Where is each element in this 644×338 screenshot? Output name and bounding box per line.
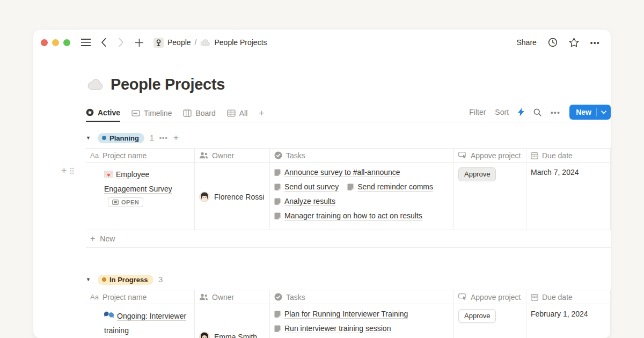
tab-timeline[interactable]: Timeline	[131, 104, 172, 122]
row-add-icon[interactable]: +	[61, 167, 67, 174]
automation-bolt-icon[interactable]	[518, 108, 524, 116]
status-label: In Progress	[109, 276, 148, 284]
approve-button[interactable]: Approve	[458, 309, 496, 323]
window-topbar: People / People Projects Share •••	[33, 30, 611, 55]
breadcrumb-root[interactable]: People	[167, 38, 191, 47]
due-date-value[interactable]: March 7, 2024	[531, 168, 579, 177]
column-header-owner[interactable]: Owner	[194, 149, 269, 162]
tab-board-label: Board	[195, 109, 215, 117]
drag-handle-icon[interactable]	[70, 167, 74, 174]
window-icon	[112, 200, 119, 205]
search-icon[interactable]	[533, 108, 541, 116]
status-dot	[102, 277, 106, 282]
group-more-icon[interactable]: •••	[159, 134, 168, 142]
column-header-due-date[interactable]: Due date	[526, 149, 611, 162]
group-add-icon[interactable]: +	[173, 133, 179, 143]
close-window-button[interactable]	[41, 39, 48, 46]
calendar-icon	[531, 152, 538, 159]
collapse-triangle-icon[interactable]: ▼	[86, 277, 92, 282]
task-title: Run interviewer training session	[284, 324, 391, 334]
timeline-icon	[131, 109, 140, 117]
column-header-owner[interactable]: Owner	[194, 290, 269, 304]
status-badge-planning[interactable]: Planning	[98, 133, 144, 143]
people-icon	[199, 293, 208, 300]
share-button[interactable]: Share	[516, 38, 536, 47]
due-date-value[interactable]: February 1, 2024	[531, 310, 588, 318]
column-header-label: Project name	[103, 293, 147, 302]
status-badge-in-progress[interactable]: In Progress	[98, 275, 153, 285]
tab-timeline-label: Timeline	[144, 109, 172, 117]
breadcrumb-current[interactable]: People Projects	[214, 38, 267, 47]
column-header-label: Appove project	[471, 151, 521, 160]
view-more-icon[interactable]: •••	[551, 108, 560, 116]
sidebar-toggle-icon[interactable]	[80, 36, 91, 49]
workspace-icon[interactable]	[153, 38, 164, 48]
collapse-triangle-icon[interactable]: ▼	[86, 135, 92, 141]
add-view-button[interactable]: +	[259, 108, 264, 119]
column-header-project-name[interactable]: Aa Project name	[86, 290, 194, 304]
forward-icon[interactable]	[116, 36, 127, 49]
column-header-approve[interactable]: Appove project	[453, 290, 526, 304]
owner-name: Florence Rossi	[214, 193, 264, 201]
owner-cell: Emma Smith	[194, 304, 269, 338]
plus-icon: +	[90, 234, 95, 244]
favorite-star-icon[interactable]	[569, 36, 580, 49]
topbar-left: People / People Projects	[41, 36, 267, 49]
chevron-down-icon[interactable]	[597, 111, 611, 114]
task-link[interactable]: Analyze results	[274, 196, 335, 207]
tab-board[interactable]: Board	[183, 104, 215, 122]
task-link[interactable]: Announce survey to #all-announce	[274, 167, 400, 178]
tab-all[interactable]: All	[227, 104, 248, 122]
project-name-cell[interactable]: Ongoing: Interviewer training	[86, 304, 194, 338]
open-page-badge[interactable]: OPEN	[108, 197, 143, 207]
filter-button[interactable]: Filter	[469, 108, 486, 116]
text-type-icon: Aa	[90, 151, 99, 159]
task-link[interactable]: Send out survey	[274, 182, 339, 192]
task-link[interactable]: Run interviewer training session	[274, 324, 391, 334]
group-header-in-progress: ▼ In Progress 3	[86, 273, 611, 286]
project-name-cell[interactable]: Employee Engagement SurveyOPEN	[86, 163, 194, 230]
task-link[interactable]: Send reminder comms	[347, 182, 433, 192]
column-header-tasks[interactable]: Tasks	[269, 290, 453, 304]
project-title-link[interactable]: Employee Engagement Survey	[104, 170, 172, 193]
new-page-icon[interactable]	[134, 36, 144, 49]
task-link[interactable]: Plan for Running Interviewer Training	[274, 309, 408, 319]
owner-chip[interactable]: Emma Smith	[199, 332, 257, 338]
table-header-row: Aa Project name Owner Tasks Appove proj	[86, 290, 611, 304]
table-row: Ongoing: Interviewer training Emma Smith…	[86, 304, 611, 338]
page-title: People Projects	[111, 76, 225, 93]
breadcrumb: People / People Projects	[153, 38, 267, 48]
tab-active[interactable]: Active	[86, 104, 120, 122]
zoom-window-button[interactable]	[63, 39, 70, 46]
more-options-icon[interactable]: •••	[590, 39, 600, 47]
column-header-tasks[interactable]: Tasks	[269, 149, 453, 162]
people-icon	[199, 152, 208, 159]
project-title-link[interactable]: Ongoing: Interviewer training	[104, 312, 186, 335]
open-badge-label: OPEN	[121, 199, 139, 205]
approve-button[interactable]: Approve	[458, 167, 496, 181]
new-row-label: New	[100, 234, 115, 243]
back-icon[interactable]	[98, 36, 109, 49]
page-icon-cloud[interactable]	[87, 79, 104, 90]
new-record-button[interactable]: New	[569, 105, 611, 120]
task-title: Send reminder comms	[357, 182, 433, 192]
sort-button[interactable]: Sort	[495, 108, 509, 116]
avatar	[199, 332, 210, 338]
tasks-cell: Announce survey to #all-announce Send ou…	[269, 163, 453, 230]
minimize-window-button[interactable]	[52, 39, 59, 46]
column-header-due-date[interactable]: Due date	[526, 290, 611, 304]
updates-clock-icon[interactable]	[547, 36, 558, 49]
task-link[interactable]: Manager training on how to act on result…	[274, 211, 422, 221]
check-circle-icon	[274, 293, 282, 301]
new-row-button[interactable]: + New	[86, 230, 611, 248]
new-record-label: New	[569, 108, 596, 116]
task-title: Manager training on how to act on result…	[284, 211, 422, 221]
view-toolbar: Filter Sort ••• New	[469, 105, 611, 121]
tab-all-label: All	[239, 109, 248, 117]
speech-balloons-icon	[104, 311, 114, 319]
column-header-approve[interactable]: Appove project	[453, 149, 526, 162]
column-header-project-name[interactable]: Aa Project name	[86, 149, 194, 162]
column-header-label: Tasks	[286, 293, 305, 302]
owner-chip[interactable]: Florence Rossi	[199, 192, 264, 202]
due-date-cell: March 7, 2024	[526, 163, 611, 230]
